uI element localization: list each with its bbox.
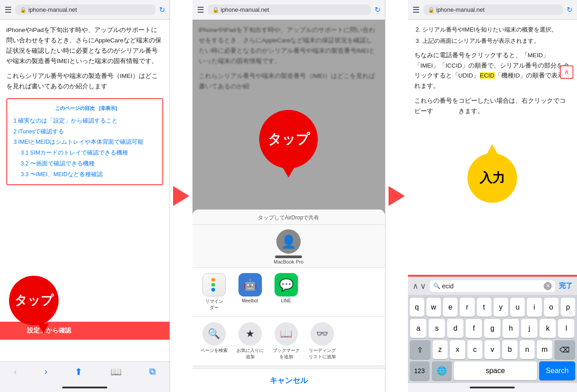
arrow-right-1 [173, 186, 189, 206]
action-reading[interactable]: 👓 リーディングリストに追加 [308, 322, 337, 360]
key-r[interactable]: r [460, 298, 474, 317]
key-space[interactable]: space [454, 361, 537, 380]
search-done-btn[interactable]: 完了 [559, 282, 572, 290]
toc-item-2[interactable]: 2 iTunesで確認する [14, 127, 156, 137]
scroll-top-btn-3[interactable]: ∧ [560, 65, 573, 79]
search-field-wrap[interactable]: 🔍 ecid ✕ [430, 280, 556, 292]
key-search[interactable]: Search [539, 361, 575, 380]
browser-bar-3: ☰ 🔒 iphone-manual.net ↻ [408, 0, 577, 20]
key-w[interactable]: w [426, 298, 441, 317]
content-para2-3: これらの番号をコピーしたい場合は、右クリックでコピーす きます。 [414, 96, 571, 117]
action-find[interactable]: 🔍 ページを検索 [200, 322, 229, 360]
search-field-value[interactable]: ecid [442, 283, 542, 290]
reminders-icon [202, 273, 226, 296]
menu-icon-2[interactable]: ☰ [197, 5, 204, 15]
share-btn-1[interactable]: ⬆ [69, 365, 88, 379]
forward-btn-1[interactable]: › [39, 365, 53, 378]
toc-box: このページの目次 [非表示] 1 確実なのは「設定」から確認すること 2 iTu… [6, 98, 163, 186]
url-3: iphone-manual.net [436, 6, 485, 13]
refresh-icon-3[interactable]: ↻ [567, 5, 572, 14]
device-avatar: 👤 [276, 229, 301, 254]
url-2: iphone-manual.net [221, 6, 270, 13]
app-label-reminders: リマインダー [205, 298, 223, 311]
keyboard-row-2: a s d f g h j k l [408, 317, 577, 338]
address-bar-3[interactable]: 🔒 iphone-manual.net [423, 5, 563, 15]
home-bar-3 [470, 387, 515, 388]
key-emoji[interactable]: 🌐 [432, 361, 452, 380]
right-content-3: シリアル番号やIMEIを知りたい端末の概要を選択。 上記の画面にシリアル番号が表… [408, 20, 577, 275]
key-x[interactable]: x [450, 340, 465, 359]
key-m[interactable]: m [537, 340, 552, 359]
key-num[interactable]: 123 [410, 361, 430, 380]
key-k[interactable]: k [540, 319, 556, 338]
airdrop-device[interactable]: 👤 MacBook Pro [192, 225, 385, 268]
home-indicator-1 [0, 383, 169, 392]
address-bar-2[interactable]: 🔒 iphone-manual.net [208, 5, 371, 15]
search-prev-btn[interactable]: ∧ [412, 281, 418, 291]
key-g[interactable]: g [484, 319, 500, 338]
browser-bar-2: ☰ 🔒 iphone-manual.net ↻ [192, 0, 385, 20]
toc-item-6[interactable]: 3.3 〜IMEI、MEIDなど各種確認 [14, 169, 156, 180]
refresh-icon-1[interactable]: ↻ [159, 5, 165, 14]
key-u[interactable]: u [510, 298, 525, 317]
bottom-nav-1: ‹ › ⬆ 📖 ⧉ [0, 361, 169, 383]
toc-item-4[interactable]: 3.1 SIMカードのトレイで確認できる機種 [14, 148, 156, 159]
arrow-1 [170, 0, 192, 392]
key-d[interactable]: d [447, 319, 463, 338]
search-clear-btn[interactable]: ✕ [544, 282, 552, 290]
lock-icon-3: 🔒 [428, 7, 435, 13]
tabs-btn-1[interactable]: ⧉ [144, 365, 161, 378]
input-balloon: 入力 [467, 153, 517, 203]
search-glass-icon: 🔍 [433, 283, 440, 289]
content-para1-3: ちなみに電話番号をクリックすると、「MEID」「IMEI」「ICCID」の順番で… [414, 50, 571, 92]
key-j[interactable]: j [521, 319, 537, 338]
key-y[interactable]: y [494, 298, 508, 317]
app-item-reminders[interactable]: リマインダー [200, 273, 229, 311]
menu-icon-3[interactable]: ☰ [412, 5, 420, 15]
toc-item-1[interactable]: 1 確実なのは「設定」から確認すること [14, 116, 156, 127]
key-shift[interactable]: ⇧ [410, 340, 430, 359]
action-row: 🔍 ページを検索 ★ お気に入りに追加 📖 ブックマークを追加 👓 リーディング… [192, 317, 385, 366]
reading-icon: 👓 [311, 322, 334, 346]
app-item-meetbot[interactable]: 🤖 Meetbot [236, 273, 265, 311]
key-q[interactable]: q [410, 298, 424, 317]
share-sheet[interactable]: タップしてAirDropで共有 👤 MacBook Pro [192, 210, 385, 392]
back-btn-1[interactable]: ‹ [9, 365, 23, 378]
key-t[interactable]: t [477, 298, 491, 317]
key-a[interactable]: a [410, 319, 426, 338]
search-next-btn[interactable]: ∨ [420, 281, 426, 291]
key-f[interactable]: f [466, 319, 482, 338]
toc-item-3[interactable]: 3 IMEIとMEIDはシムトレイや本体背面で確認可能 [14, 137, 156, 148]
key-c[interactable]: c [467, 340, 483, 359]
key-z[interactable]: z [433, 340, 448, 359]
refresh-icon-2[interactable]: ↻ [375, 5, 380, 14]
key-b[interactable]: b [502, 340, 517, 359]
key-i[interactable]: i [527, 298, 541, 317]
toc-title: このページの目次 [非表示] [14, 104, 156, 113]
key-v[interactable]: v [485, 340, 500, 359]
key-delete[interactable]: ⌫ [554, 340, 575, 359]
key-h[interactable]: h [503, 319, 519, 338]
key-l[interactable]: l [558, 319, 574, 338]
app-label-meetbot: Meetbot [242, 298, 258, 303]
menu-icon-1[interactable]: ☰ [5, 5, 12, 15]
cancel-btn[interactable]: キャンセル [192, 369, 385, 392]
address-bar-1[interactable]: 🔒 iphone-manual.net [15, 5, 156, 15]
action-add-bookmark[interactable]: 📖 ブックマークを追加 [272, 322, 301, 360]
panel-2: ☰ 🔒 iphone-manual.net ↻ iPhoneやiPadを下旬出す… [192, 0, 385, 392]
steps-list: シリアル番号やIMEIを知りたい端末の概要を選択。 上記の画面にシリアル番号が表… [414, 25, 571, 46]
browser-content-1: iPhoneやiPadを下旬出す時や、アップルのサポートに問い合わせをするとき、… [0, 20, 169, 361]
action-bookmark[interactable]: ★ お気に入りに追加 [236, 322, 265, 360]
step-2: 上記の画面にシリアル番号が表示されます。 [422, 36, 571, 46]
browser-bar-1: ☰ 🔒 iphone-manual.net ↻ [0, 0, 169, 20]
toc-item-5[interactable]: 3.2 〜画面で確認できる機種 [14, 159, 156, 169]
app-item-line[interactable]: 💬 LINE [272, 273, 301, 311]
key-e[interactable]: e [443, 298, 458, 317]
home-indicator-3 [408, 383, 577, 392]
arrow-right-2 [389, 186, 405, 206]
app-row: リマインダー 🤖 Meetbot 💬 LINE [192, 268, 385, 317]
key-n[interactable]: n [520, 340, 535, 359]
key-s[interactable]: s [429, 319, 445, 338]
bookmarks-btn-1[interactable]: 📖 [105, 365, 127, 379]
search-nav-btns: ∧ ∨ [412, 281, 426, 291]
